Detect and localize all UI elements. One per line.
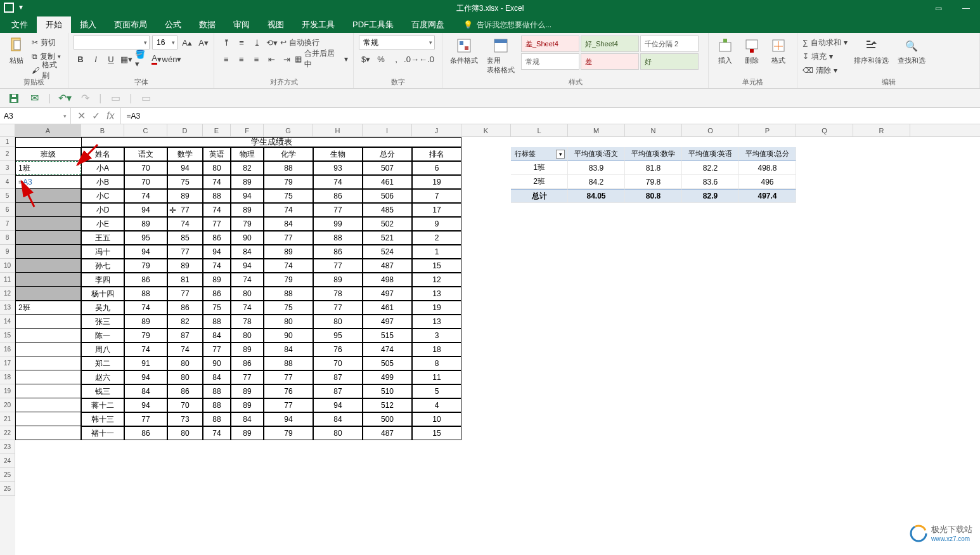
cell-B16[interactable]: 周八 — [81, 343, 124, 356]
cell-G11[interactable]: 79 — [264, 273, 313, 287]
cell-H18[interactable]: 87 — [313, 370, 363, 384]
dec-decimal-icon[interactable]: ←.0 — [420, 52, 434, 66]
cell-A20[interactable] — [15, 398, 81, 412]
col-header-O[interactable]: O — [682, 124, 739, 136]
cell-A14[interactable] — [15, 315, 81, 329]
cell-D18[interactable]: 80 — [167, 370, 203, 384]
quicksave-icon[interactable]: ▾ — [19, 3, 23, 13]
align-center-icon[interactable]: ≡ — [235, 52, 248, 66]
select-all-corner[interactable] — [0, 124, 15, 136]
cell-J7[interactable]: 9 — [412, 217, 461, 231]
cell-D22[interactable]: 80 — [167, 426, 203, 440]
row-header-12[interactable]: 12 — [0, 287, 15, 301]
col-header-N[interactable]: N — [625, 124, 682, 136]
cell-D9[interactable]: 77 — [167, 245, 203, 259]
cell-G17[interactable]: 88 — [264, 356, 313, 370]
cell-G15[interactable]: 90 — [264, 329, 313, 343]
menu-tab-6[interactable]: 审阅 — [224, 16, 259, 33]
cell-styles-gallery[interactable]: 差_Sheet4好_Sheet4千位分隔 2常规差好 — [521, 36, 699, 70]
cell-B9[interactable]: 冯十 — [81, 245, 124, 259]
style-2[interactable]: 千位分隔 2 — [640, 36, 699, 52]
cell-C4[interactable]: 70 — [124, 175, 167, 189]
font-family-dropdown[interactable] — [74, 36, 150, 49]
table-format-button[interactable]: 套用 表格格式 — [484, 36, 517, 76]
pivot-1-1[interactable]: 84.2 — [568, 175, 625, 189]
cell-G16[interactable]: 84 — [264, 343, 313, 356]
col-header-H[interactable]: H — [313, 124, 363, 136]
email-icon[interactable]: ✉ — [28, 92, 41, 105]
tell-me-input[interactable]: 💡告诉我您想要做什么... — [453, 16, 551, 33]
cell-E6[interactable]: 74 — [203, 203, 231, 217]
cell-E22[interactable]: 74 — [203, 426, 231, 440]
menu-tab-5[interactable]: 数据 — [190, 16, 224, 33]
orientation-icon[interactable]: ⟲▾ — [265, 36, 279, 49]
cell-E16[interactable]: 77 — [203, 343, 231, 356]
col-header-F[interactable]: F — [231, 124, 264, 136]
cell-D4[interactable]: 75 — [167, 175, 203, 189]
cell-H15[interactable]: 95 — [313, 329, 363, 343]
cell-F20[interactable]: 89 — [231, 398, 264, 412]
align-bottom-icon[interactable]: ⤓ — [250, 36, 264, 49]
cell-I14[interactable]: 497 — [363, 315, 412, 329]
fx-icon[interactable]: fx — [106, 110, 114, 122]
cell-H8[interactable]: 88 — [313, 231, 363, 245]
cell-H14[interactable]: 80 — [313, 315, 363, 329]
cell-F15[interactable]: 80 — [231, 329, 264, 343]
cell-J19[interactable]: 5 — [412, 384, 461, 398]
menu-tab-1[interactable]: 开始 — [37, 16, 71, 33]
row-header-13[interactable]: 13 — [0, 301, 15, 315]
col-header-L[interactable]: L — [511, 124, 568, 136]
cell-D10[interactable]: 89 — [167, 259, 203, 273]
cell-B6[interactable]: 小D — [81, 203, 124, 217]
insert-cells-button[interactable]: 插入 — [714, 36, 737, 67]
cell-D17[interactable]: 80 — [167, 356, 203, 370]
cell-C19[interactable]: 84 — [124, 384, 167, 398]
cell-E12[interactable]: 86 — [203, 287, 231, 301]
cell-C5[interactable]: 74 — [124, 189, 167, 203]
cell-F21[interactable]: 84 — [231, 412, 264, 426]
cell-I4[interactable]: 461 — [363, 175, 412, 189]
cell-B18[interactable]: 赵六 — [81, 370, 124, 384]
header-6[interactable]: 化学 — [264, 147, 313, 161]
sort-filter-button[interactable]: 排序和筛选 — [851, 36, 891, 67]
cell-C18[interactable]: 94 — [124, 370, 167, 384]
cell-G19[interactable]: 76 — [264, 384, 313, 398]
undo-icon[interactable]: ↶▾ — [58, 92, 71, 105]
cell-D7[interactable]: 74 — [167, 217, 203, 231]
cell-D21[interactable]: 73 — [167, 412, 203, 426]
cell-C9[interactable]: 94 — [124, 245, 167, 259]
bold-icon[interactable]: B — [74, 52, 87, 66]
cell-I18[interactable]: 499 — [363, 370, 412, 384]
col-header-G[interactable]: G — [264, 124, 313, 136]
cell-D6[interactable]: 77 — [167, 203, 203, 217]
cell-I21[interactable]: 500 — [363, 412, 412, 426]
col-header-Q[interactable]: Q — [796, 124, 853, 136]
style-3[interactable]: 常规 — [521, 53, 579, 70]
cell-E20[interactable]: 88 — [203, 398, 231, 412]
cell-B12[interactable]: 杨十四 — [81, 287, 124, 301]
cell-G12[interactable]: 88 — [264, 287, 313, 301]
row-header-3[interactable]: 3 — [0, 161, 15, 175]
comma-icon[interactable]: , — [389, 52, 403, 66]
cell-H6[interactable]: 77 — [313, 203, 363, 217]
menu-tab-9[interactable]: PDF工具集 — [344, 16, 403, 33]
row-header-11[interactable]: 11 — [0, 273, 15, 287]
col-header-C[interactable]: C — [124, 124, 167, 136]
pivot-1-4[interactable]: 496 — [739, 175, 796, 189]
cell-B17[interactable]: 郑二 — [81, 356, 124, 370]
pivot-0-2[interactable]: 81.8 — [625, 161, 682, 175]
save-icon[interactable] — [8, 92, 20, 105]
cell-H9[interactable]: 86 — [313, 245, 363, 259]
cell-D16[interactable]: 74 — [167, 343, 203, 356]
cell-A22[interactable] — [15, 426, 81, 440]
row-header-1[interactable]: 1 — [0, 137, 15, 147]
col-header-J[interactable]: J — [412, 124, 461, 136]
cell-E10[interactable]: 74 — [203, 259, 231, 273]
align-right-icon[interactable]: ≡ — [250, 52, 264, 66]
header-4[interactable]: 英语 — [203, 147, 231, 161]
header-0[interactable]: 班级 — [15, 147, 81, 161]
row-header-16[interactable]: 16 — [0, 343, 15, 356]
row-header-18[interactable]: 18 — [0, 370, 15, 384]
shrink-font-icon[interactable]: A▾ — [197, 36, 210, 49]
header-5[interactable]: 物理 — [231, 147, 264, 161]
